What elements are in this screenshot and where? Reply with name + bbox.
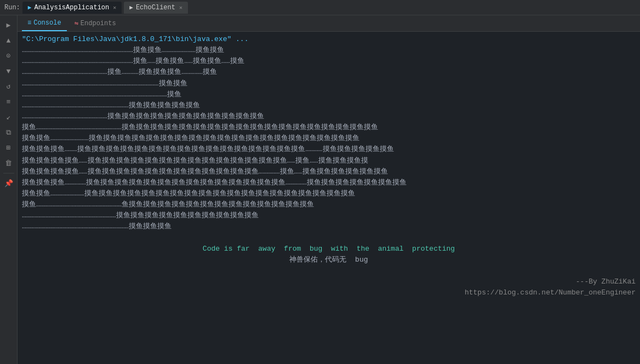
fish-line-10: 摸鱼摸鱼摸鱼摸鱼……摸鱼摸鱼摸鱼摸鱼摸鱼摸鱼摸鱼摸鱼摸鱼摸鱼摸鱼摸鱼摸鱼摸鱼……… bbox=[22, 155, 636, 166]
camera-button[interactable]: ⊙ bbox=[2, 49, 15, 62]
scroll-up-button[interactable]: ▲ bbox=[2, 34, 15, 47]
fish-line-3: ……………………………………………………………………………………摸鱼摸鱼 bbox=[22, 78, 636, 89]
fish-line-16: …………………………………………………………………摸鱼摸鱼摸鱼 bbox=[22, 221, 636, 232]
url-line: https://blog.csdn.net/Number_oneEngineer bbox=[22, 287, 636, 298]
fish-line-11: 摸鱼摸鱼摸鱼摸鱼……摸鱼摸鱼摸鱼摸鱼摸鱼摸鱼摸鱼摸鱼摸鱼摸鱼摸鱼摸鱼……………摸… bbox=[22, 166, 636, 177]
fish-line-0: ……………………………………………………………………摸鱼摸鱼……………………摸鱼… bbox=[22, 45, 636, 56]
analysis-tab-close[interactable]: ✕ bbox=[113, 4, 116, 11]
fish-line-13: 摸鱼摸鱼……………………摸鱼摸鱼摸鱼摸鱼摸鱼摸鱼摸鱼摸鱼摸鱼摸鱼摸鱼摸鱼摸鱼摸鱼… bbox=[22, 188, 636, 199]
fish-line-8: 摸鱼摸鱼………………………摸鱼摸鱼摸鱼摸鱼摸鱼摸鱼摸鱼摸鱼摸鱼摸鱼摸鱼摸鱼摸鱼摸… bbox=[22, 133, 636, 144]
fish-line-9: 摸鱼摸鱼摸鱼………摸鱼摸鱼摸鱼摸鱼摸鱼摸鱼摸鱼摸鱼摸鱼摸鱼摸鱼摸鱼摸鱼摸鱼摸鱼摸… bbox=[22, 144, 636, 155]
tab-echo[interactable]: ▶ EchoClient ✕ bbox=[124, 2, 188, 14]
run-bar: Run: ▶ AnalysisApplication ✕ ▶ EchoClien… bbox=[0, 0, 640, 15]
console-tab-label: Console bbox=[33, 19, 61, 27]
console-icon: ≡ bbox=[27, 19, 31, 27]
analysis-tab-label: AnalysisApplication bbox=[34, 4, 109, 11]
echo-tab-label: EchoClient bbox=[136, 4, 175, 11]
sub-toolbar: ≡ Console ⇋ Endpoints bbox=[18, 15, 640, 32]
fish-line-15: …………………………………………………………摸鱼摸鱼摸鱼摸鱼摸鱼摸鱼摸鱼摸鱼摸鱼… bbox=[22, 210, 636, 221]
play-button[interactable]: ▶ bbox=[2, 19, 15, 32]
analysis-run-icon: ▶ bbox=[28, 4, 32, 11]
fish-line-2: ……………………………………………………摸鱼…………摸鱼摸鱼摸鱼……………摸鱼 bbox=[22, 67, 636, 78]
reload-button[interactable]: ↺ bbox=[2, 80, 15, 93]
indent-button[interactable]: ↙ bbox=[2, 111, 15, 124]
fish-line-7: 摸鱼……………………………………………………摸鱼摸鱼摸鱼摸鱼摸鱼摸鱼摸鱼摸鱼摸鱼… bbox=[22, 122, 636, 133]
echo-run-icon: ▶ bbox=[129, 4, 133, 11]
main-layout: ▶ ▲ ⊙ ▼ ↺ ≡ ↙ ⧉ ⊞ 🗑 📌 ≡ Console ⇋ Endpoi… bbox=[0, 15, 640, 364]
wrap-button[interactable]: ≡ bbox=[2, 95, 15, 108]
run-label: Run: bbox=[4, 4, 20, 11]
content-area: ≡ Console ⇋ Endpoints "C:\Program Files\… bbox=[18, 15, 640, 364]
code-comment: Code is far away from bug with the anima… bbox=[22, 244, 636, 255]
pin-button[interactable]: 📌 bbox=[2, 177, 15, 190]
layers-button[interactable]: ⊞ bbox=[2, 141, 15, 154]
fish-line-12: 摸鱼摸鱼摸鱼……………摸鱼摸鱼摸鱼摸鱼摸鱼摸鱼摸鱼摸鱼摸鱼摸鱼摸鱼摸鱼摸鱼摸鱼…… bbox=[22, 177, 636, 188]
fish-line-5: …………………………………………………………………摸鱼摸鱼摸鱼摸鱼摸鱼 bbox=[22, 100, 636, 111]
endpoints-tab-label: Endpoints bbox=[81, 20, 116, 27]
tab-analysis[interactable]: ▶ AnalysisApplication ✕ bbox=[22, 2, 122, 14]
toolbar-separator bbox=[3, 173, 14, 174]
author-line: ---By ZhuZiKai bbox=[22, 276, 636, 287]
fish-line-14: 摸鱼……………………………………………………鱼摸鱼摸鱼摸鱼摸鱼摸鱼摸鱼摸鱼摸鱼摸… bbox=[22, 199, 636, 210]
cmd-line: "C:\Program Files\Java\jdk1.8.0_171\bin\… bbox=[22, 34, 636, 45]
trash-button[interactable]: 🗑 bbox=[2, 157, 15, 170]
endpoints-icon: ⇋ bbox=[75, 19, 78, 27]
fish-line-4: …………………………………………………………………………………………摸鱼 bbox=[22, 89, 636, 100]
console-tab[interactable]: ≡ Console bbox=[22, 16, 67, 31]
console-output[interactable]: "C:\Program Files\Java\jdk1.8.0_171\bin\… bbox=[18, 32, 640, 364]
copy-button[interactable]: ⧉ bbox=[2, 126, 15, 139]
fish-line-6: ……………………………………………………摸鱼摸鱼摸鱼摸鱼摸鱼摸鱼摸鱼摸鱼摸鱼摸鱼… bbox=[22, 111, 636, 122]
endpoints-tab[interactable]: ⇋ Endpoints bbox=[69, 16, 122, 31]
echo-tab-close[interactable]: ✕ bbox=[179, 4, 182, 11]
chinese-comment: 神兽保佑，代码无 bug bbox=[22, 255, 636, 265]
scroll-down-button[interactable]: ▼ bbox=[2, 65, 15, 78]
fish-line-1: ……………………………………………………………………摸鱼……摸鱼摸鱼……摸鱼摸鱼… bbox=[22, 56, 636, 67]
left-toolbar: ▶ ▲ ⊙ ▼ ↺ ≡ ↙ ⧉ ⊞ 🗑 📌 bbox=[0, 15, 18, 364]
